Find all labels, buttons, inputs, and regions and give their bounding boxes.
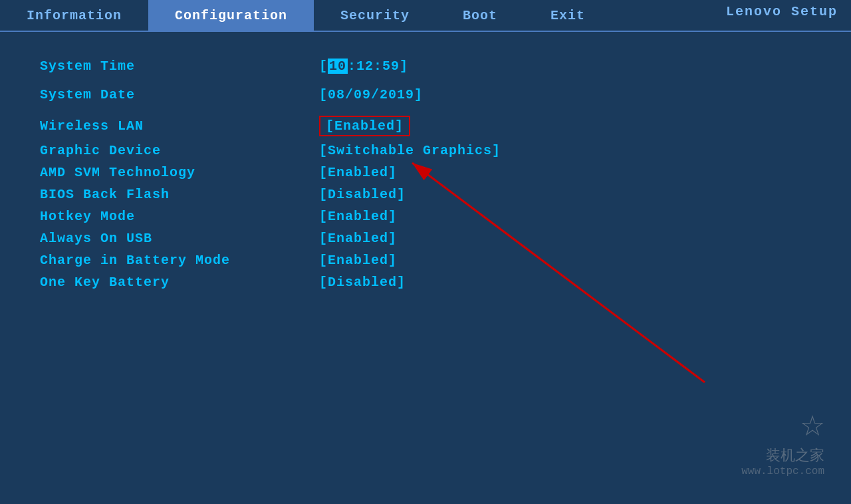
menu-bar: Information Configuration Security Boot … [0, 0, 851, 32]
amd-svm-label: AMD SVM Technology [40, 165, 319, 180]
watermark-brand: 装机之家 [741, 445, 824, 465]
always-on-usb-value: [Enabled] [319, 231, 397, 246]
amd-svm-value: [Enabled] [319, 165, 397, 180]
settings-table: System Time [10:12:59] System Date [08/0… [40, 59, 811, 290]
app-title: Lenovo Setup [726, 4, 838, 19]
watermark-star: ☆ [741, 406, 824, 445]
system-date-value: [08/09/2019] [319, 87, 423, 102]
bios-back-flash-value: [Disabled] [319, 187, 406, 202]
bios-back-flash-label: BIOS Back Flash [40, 187, 319, 202]
graphic-device-row: Graphic Device [Switchable Graphics] [40, 143, 811, 158]
watermark-url: www.lotpc.com [741, 465, 824, 477]
hotkey-mode-value: [Enabled] [319, 209, 397, 224]
system-date-row: System Date [08/09/2019] [40, 87, 811, 102]
always-on-usb-row: Always On USB [Enabled] [40, 231, 811, 246]
wireless-lan-label: Wireless LAN [40, 118, 319, 134]
system-time-row: System Time [10:12:59] [40, 59, 811, 74]
always-on-usb-label: Always On USB [40, 231, 319, 246]
tab-exit[interactable]: Exit [524, 0, 612, 31]
tab-information[interactable]: Information [0, 0, 148, 31]
amd-svm-row: AMD SVM Technology [Enabled] [40, 165, 811, 180]
tab-boot[interactable]: Boot [436, 0, 524, 31]
charge-battery-row: Charge in Battery Mode [Enabled] [40, 253, 811, 268]
one-key-battery-label: One Key Battery [40, 275, 319, 290]
system-date-label: System Date [40, 87, 319, 102]
wireless-lan-row: Wireless LAN [Enabled] [40, 116, 811, 136]
one-key-battery-row: One Key Battery [Disabled] [40, 275, 811, 290]
graphic-device-label: Graphic Device [40, 143, 319, 158]
charge-battery-label: Charge in Battery Mode [40, 253, 319, 268]
hotkey-mode-label: Hotkey Mode [40, 209, 319, 224]
charge-battery-value: [Enabled] [319, 253, 397, 268]
tab-configuration[interactable]: Configuration [148, 0, 314, 31]
watermark: ☆ 装机之家 www.lotpc.com [741, 406, 824, 477]
hotkey-mode-row: Hotkey Mode [Enabled] [40, 209, 811, 224]
wireless-lan-value: [Enabled] [319, 116, 410, 136]
time-cursor: 10 [328, 59, 348, 74]
main-content: System Time [10:12:59] System Date [08/0… [0, 32, 851, 323]
system-time-label: System Time [40, 59, 319, 74]
bios-back-flash-row: BIOS Back Flash [Disabled] [40, 187, 811, 202]
tab-security[interactable]: Security [314, 0, 436, 31]
one-key-battery-value: [Disabled] [319, 275, 406, 290]
graphic-device-value: [Switchable Graphics] [319, 143, 501, 158]
system-time-value: [10:12:59] [319, 59, 408, 74]
